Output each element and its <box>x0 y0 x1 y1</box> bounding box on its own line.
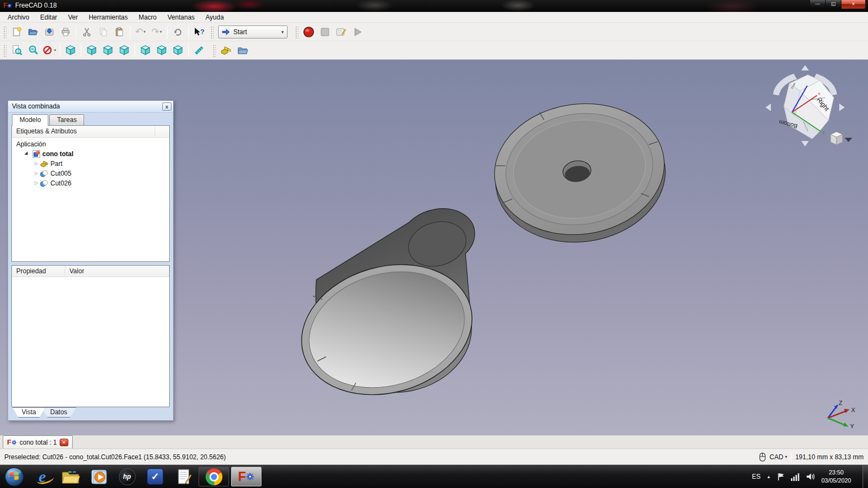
refresh-button[interactable] <box>170 24 186 40</box>
tab-vista[interactable]: Vista <box>12 407 45 418</box>
fit-all-button[interactable] <box>9 42 25 59</box>
taskbar-clock[interactable]: 23:50 03/05/2020 <box>821 468 851 485</box>
document-icon <box>33 150 40 158</box>
expanded-arrow-icon[interactable] <box>24 151 31 158</box>
close-button[interactable]: × <box>841 0 866 9</box>
taskbar-check-app[interactable]: ✓ <box>141 466 169 487</box>
arrow-left[interactable] <box>765 104 771 111</box>
view-rear-button[interactable] <box>137 42 154 59</box>
tree-column-header[interactable]: Etiquetas & Atributos <box>12 126 169 138</box>
undo-button[interactable]: ↶▾ <box>132 24 149 40</box>
taskbar-internet-explorer[interactable]: e <box>28 466 56 487</box>
view-axonometric-button[interactable] <box>62 42 79 59</box>
part-folder-button[interactable] <box>234 42 251 59</box>
network-signal-icon[interactable] <box>791 473 800 481</box>
tab-tareas[interactable]: Tareas <box>49 114 84 125</box>
view-bottom-button[interactable] <box>154 42 170 59</box>
document-tab-label: cono total : 1 <box>20 439 57 446</box>
view-right-button[interactable] <box>116 42 132 59</box>
menu-ayuda[interactable]: Ayuda <box>200 12 229 23</box>
collapsed-arrow-icon[interactable]: ▷ <box>34 161 39 166</box>
macro-record-button[interactable] <box>301 24 317 40</box>
object-cone[interactable] <box>286 209 488 414</box>
action-center-flag-icon[interactable] <box>777 472 785 481</box>
panel-titlebar[interactable]: Vista combinada x <box>8 101 173 113</box>
value-column-header[interactable]: Valor <box>65 266 169 277</box>
menu-editar[interactable]: Editar <box>35 12 62 23</box>
toolbar-grip[interactable] <box>210 25 214 38</box>
view-front-button[interactable] <box>84 42 100 59</box>
arrow-down[interactable] <box>801 141 809 146</box>
taskbar-media-player[interactable] <box>85 466 113 487</box>
workbench-selector[interactable]: Start ▾ <box>218 25 288 38</box>
arrow-right[interactable] <box>839 104 845 111</box>
open-document-button[interactable] <box>25 24 41 40</box>
language-indicator[interactable]: ES <box>752 473 761 480</box>
toolbar-separator <box>167 25 168 38</box>
hp-icon: hp <box>119 468 136 485</box>
menu-macro[interactable]: Macro <box>133 12 162 23</box>
hidden-icons-button[interactable]: ▲ <box>767 474 771 479</box>
show-desktop-button[interactable] <box>863 465 868 488</box>
freecad-taskbar-icon: F <box>238 469 255 484</box>
print-button[interactable] <box>58 24 74 40</box>
measure-distance-button[interactable] <box>191 42 207 59</box>
object-disc[interactable] <box>486 93 674 253</box>
tab-modelo[interactable]: Modelo <box>12 114 48 126</box>
taskbar-freecad[interactable]: F <box>231 467 261 486</box>
redo-button[interactable]: ↷▾ <box>149 24 165 40</box>
3d-viewport[interactable]: Right Bottom Front x Y <box>0 60 868 435</box>
tree-item-cut026[interactable]: ▷ Cut026 <box>12 178 169 188</box>
zoom-selection-button[interactable] <box>25 42 41 59</box>
menu-ver[interactable]: Ver <box>62 12 83 23</box>
collapsed-arrow-icon[interactable]: ▷ <box>34 181 39 186</box>
tree-root-label: Aplicación <box>16 140 46 148</box>
taskbar-hp[interactable]: hp <box>113 466 141 487</box>
freecad-window: F FreeCAD 0.18 — ◱ × Archivo Editar Ver … <box>0 0 868 488</box>
titlebar[interactable]: F FreeCAD 0.18 — ◱ × <box>0 0 868 12</box>
property-column-header[interactable]: Propiedad <box>12 266 65 277</box>
new-document-button[interactable] <box>9 24 25 40</box>
toolbar-grip[interactable] <box>295 25 298 38</box>
taskbar-notepad[interactable] <box>169 466 197 487</box>
taskbar-chrome[interactable] <box>199 467 229 486</box>
document-tab[interactable]: F cono total : 1 × <box>3 435 73 448</box>
collapsed-arrow-icon[interactable]: ▷ <box>34 171 39 176</box>
menu-archivo[interactable]: Archivo <box>2 12 35 23</box>
macro-play-button[interactable] <box>349 24 366 40</box>
nav-style-selector[interactable]: CAD ▾ <box>770 453 787 461</box>
paste-button[interactable] <box>111 24 127 40</box>
macro-stop-button[interactable] <box>317 24 333 40</box>
view-top-button[interactable] <box>100 42 116 59</box>
part-boolean-button[interactable] <box>218 42 234 59</box>
tree-root-application[interactable]: Aplicación <box>12 139 169 149</box>
minimize-button[interactable]: — <box>809 0 826 9</box>
tree-item-label: Part <box>50 160 62 168</box>
macro-edit-button[interactable] <box>333 24 349 40</box>
toolbar-grip[interactable] <box>3 25 7 38</box>
volume-icon[interactable] <box>806 472 815 481</box>
draw-style-button[interactable]: ▾ <box>41 42 58 59</box>
menu-ventanas[interactable]: Ventanas <box>162 12 200 23</box>
document-tab-close-button[interactable]: × <box>60 439 68 446</box>
copy-button[interactable] <box>95 24 111 40</box>
menu-herramientas[interactable]: Herramientas <box>83 12 133 23</box>
toolbar-grip[interactable] <box>213 44 216 57</box>
maximize-button[interactable]: ◱ <box>826 0 841 9</box>
tab-datos[interactable]: Datos <box>41 407 76 418</box>
cut-button[interactable] <box>79 24 95 40</box>
arrow-up[interactable] <box>801 65 809 70</box>
start-button[interactable] <box>0 466 28 487</box>
checkmark-app-icon: ✓ <box>147 468 163 485</box>
nav-cube-menu[interactable] <box>831 132 852 145</box>
tree-item-part[interactable]: ▷ Part <box>12 159 169 169</box>
tree-item-cut005[interactable]: ▷ Cut005 <box>12 169 169 178</box>
panel-close-button[interactable]: x <box>162 102 171 111</box>
tree-item-document[interactable]: cono total <box>12 149 169 159</box>
navigation-cube[interactable]: Right Bottom Front x Y <box>764 64 854 151</box>
view-left-button[interactable] <box>170 42 186 59</box>
save-button[interactable] <box>41 24 58 40</box>
taskbar-windows-explorer[interactable] <box>56 466 85 487</box>
whats-this-button[interactable]: ? <box>191 24 207 40</box>
toolbar-grip[interactable] <box>3 44 7 57</box>
